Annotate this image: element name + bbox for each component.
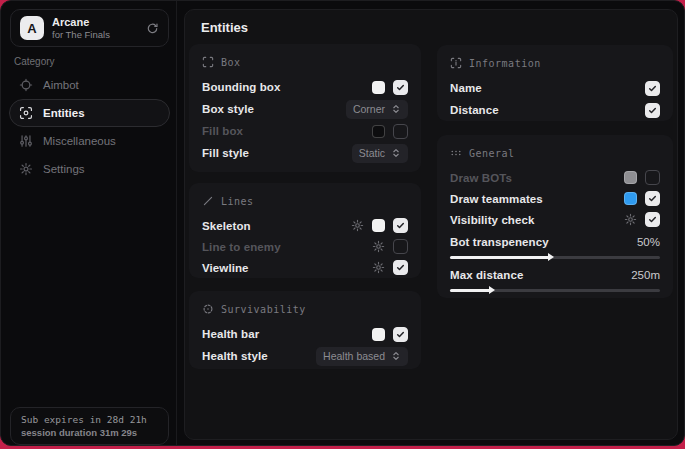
setting-label: Health bar	[202, 328, 259, 340]
setting-label: Box style	[202, 103, 254, 115]
sidebar-nav: Aimbot Entities Miscella	[9, 71, 170, 183]
setting-row: Draw BOTs	[450, 167, 660, 188]
sidebar-item-miscellaneous[interactable]: Miscellaneous	[9, 127, 170, 155]
checkbox[interactable]	[645, 212, 660, 227]
dashed-circle-icon	[202, 303, 214, 315]
slider-value: 50%	[637, 236, 660, 248]
sidebar: A Arcane for The Finals Category Aim	[1, 1, 177, 445]
setting-label: Line to enemy	[202, 241, 281, 253]
color-swatch[interactable]	[372, 328, 385, 341]
panel-title: General	[469, 148, 515, 159]
slider-value: 250m	[631, 269, 660, 281]
setting-label: Max distance	[450, 269, 523, 281]
checkbox[interactable]	[645, 170, 660, 185]
color-swatch[interactable]	[372, 219, 385, 232]
slider-track[interactable]	[450, 256, 660, 259]
slider-label-row: Bot transpenency 50%	[450, 233, 660, 251]
setting-row: Health style Health based	[202, 345, 408, 367]
app-title: Arcane	[52, 16, 110, 29]
dropdown-value: Health based	[323, 350, 385, 362]
check-icon	[396, 263, 405, 272]
checkbox[interactable]	[393, 80, 408, 95]
refresh-icon[interactable]	[146, 22, 159, 35]
bot-transparency-slider-block: Bot transpenency 50%	[450, 233, 660, 263]
chevrons-up-down-icon	[391, 148, 401, 158]
health-style-dropdown[interactable]: Health based	[316, 347, 408, 366]
check-icon	[396, 83, 405, 92]
setting-row: Visibility check	[450, 209, 660, 230]
sidebar-item-aimbot[interactable]: Aimbot	[9, 71, 170, 99]
gear-icon[interactable]	[624, 213, 637, 226]
color-swatch[interactable]	[624, 192, 637, 205]
chevrons-up-down-icon	[391, 104, 401, 114]
color-swatch[interactable]	[624, 171, 637, 184]
setting-label: Fill box	[202, 125, 243, 137]
sidebar-item-settings[interactable]: Settings	[9, 155, 170, 183]
panel-title: Information	[469, 58, 541, 69]
setting-label: Bounding box	[202, 81, 281, 93]
sidebar-item-label: Miscellaneous	[43, 135, 116, 147]
app-logo: A	[20, 16, 44, 40]
checkbox[interactable]	[393, 260, 408, 275]
checkbox[interactable]	[393, 218, 408, 233]
panel-survivability-header: Survivability	[202, 300, 408, 318]
setting-row: Skeleton	[202, 215, 408, 236]
max-distance-slider[interactable]	[450, 284, 660, 296]
app-window: A Arcane for The Finals Category Aim	[0, 0, 685, 446]
setting-row: Box style Corner	[202, 98, 408, 120]
panel-information: Information Name Distance	[437, 45, 673, 121]
dropdown-value: Corner	[353, 103, 385, 115]
bot-transparency-slider[interactable]	[450, 251, 660, 263]
setting-row: Health bar	[202, 323, 408, 345]
subscription-card: Sub expires in 28d 21h session duration …	[10, 407, 169, 445]
page-title: Entities	[201, 20, 248, 35]
gear-icon[interactable]	[372, 261, 385, 274]
gear-icon[interactable]	[351, 219, 364, 232]
color-swatch[interactable]	[372, 81, 385, 94]
checkbox[interactable]	[393, 124, 408, 139]
sidebar-item-entities[interactable]: Entities	[9, 99, 170, 127]
slider-label-row: Max distance 250m	[450, 266, 660, 284]
setting-label: Viewline	[202, 262, 249, 274]
panel-general: General Draw BOTs Draw teammates Visibil…	[437, 135, 673, 298]
check-icon	[396, 330, 405, 339]
color-swatch[interactable]	[372, 125, 385, 138]
slider-track[interactable]	[450, 289, 660, 292]
box-style-dropdown[interactable]: Corner	[346, 100, 408, 119]
category-label: Category	[14, 56, 55, 67]
checkbox[interactable]	[393, 239, 408, 254]
panel-box-header: Box	[202, 53, 408, 71]
app-subtitle: for The Finals	[52, 29, 110, 40]
setting-label: Health style	[202, 350, 268, 362]
box-corners-icon	[202, 56, 214, 68]
check-icon	[648, 106, 657, 115]
panel-lines: Lines Skeleton Line to enemy	[189, 183, 421, 278]
panel-general-header: General	[450, 144, 660, 162]
crosshair-icon	[19, 78, 33, 92]
grid-dots-icon	[450, 147, 462, 159]
gear-icon[interactable]	[372, 240, 385, 253]
checkbox[interactable]	[645, 81, 660, 96]
brand-text: Arcane for The Finals	[52, 16, 110, 41]
checkbox[interactable]	[645, 103, 660, 118]
panel-title: Box	[221, 57, 241, 68]
logo-letter: A	[27, 21, 36, 36]
checkbox[interactable]	[645, 191, 660, 206]
check-icon	[648, 84, 657, 93]
panel-survivability: Survivability Health bar Health style He…	[189, 291, 421, 369]
setting-label: Distance	[450, 104, 499, 116]
setting-label: Draw teammates	[450, 193, 543, 205]
setting-row: Bounding box	[202, 76, 408, 98]
checkbox[interactable]	[393, 327, 408, 342]
panel-title: Survivability	[221, 304, 306, 315]
setting-label: Bot transpenency	[450, 236, 549, 248]
setting-row: Fill box	[202, 120, 408, 142]
sidebar-item-label: Entities	[43, 107, 85, 119]
setting-label: Visibility check	[450, 214, 535, 226]
setting-row: Viewline	[202, 257, 408, 278]
setting-row: Name	[450, 77, 660, 99]
fill-style-dropdown[interactable]: Static	[352, 144, 408, 163]
dropdown-value: Static	[359, 147, 385, 159]
setting-label: Name	[450, 82, 482, 94]
scan-info-icon	[450, 57, 462, 69]
